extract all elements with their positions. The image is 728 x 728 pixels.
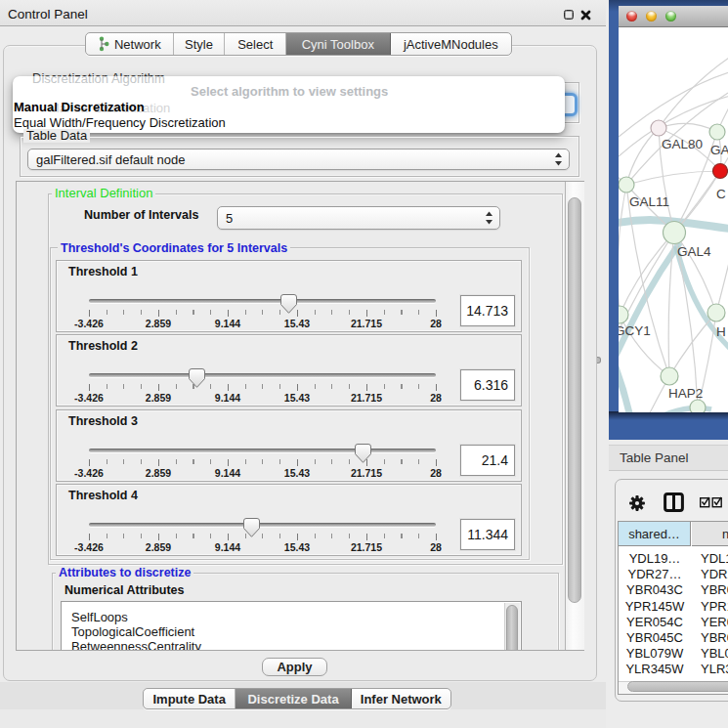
svg-text:GAL80: GAL80 xyxy=(662,137,703,151)
svg-text:GA: GA xyxy=(710,143,728,157)
svg-text:H: H xyxy=(716,324,726,339)
svg-text:GAL4: GAL4 xyxy=(677,244,711,259)
svg-text:GCY1: GCY1 xyxy=(619,323,651,338)
svg-text:C: C xyxy=(716,187,726,201)
svg-text:HAP2: HAP2 xyxy=(668,386,703,401)
svg-text:GAL11: GAL11 xyxy=(629,194,669,209)
